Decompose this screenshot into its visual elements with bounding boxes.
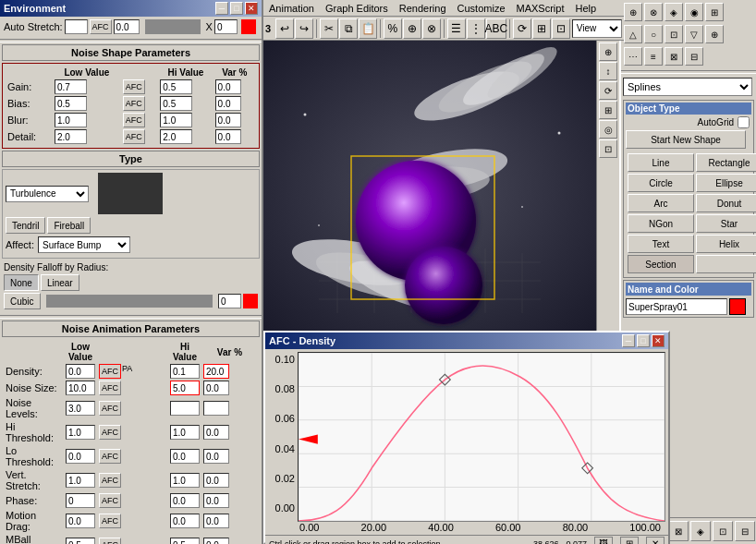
graph-maximize[interactable]: □ <box>637 334 650 347</box>
noise-size-var[interactable] <box>203 381 229 395</box>
mball-var[interactable] <box>203 538 229 544</box>
main-viewport[interactable] <box>263 41 596 331</box>
tb-btn-7[interactable]: ⊕ <box>403 18 421 39</box>
noise-levels-var[interactable] <box>203 401 229 416</box>
hi-thresh-hi[interactable] <box>170 425 200 440</box>
menu-help[interactable]: Help <box>570 2 603 15</box>
bb-5[interactable]: ⊡ <box>713 521 733 541</box>
noise-size-afc[interactable]: AFC <box>99 381 121 395</box>
blur-var[interactable] <box>215 113 241 127</box>
hi-thresh-var[interactable] <box>203 425 229 440</box>
minimize-btn[interactable]: ─ <box>215 2 228 15</box>
menu-customize[interactable]: Customize <box>452 2 511 15</box>
splines-dropdown[interactable]: Splines <box>623 78 752 96</box>
section-btn[interactable]: Section <box>628 255 694 273</box>
detail-var[interactable] <box>215 129 241 144</box>
vt-btn-1[interactable]: ⊕ <box>599 42 617 61</box>
ri-13[interactable]: ⊠ <box>665 47 683 66</box>
falloff-value[interactable] <box>218 294 241 308</box>
detail-low[interactable] <box>55 129 87 144</box>
vt-btn-4[interactable]: ⊞ <box>599 101 617 119</box>
phase-afc[interactable]: AFC <box>99 493 121 508</box>
bb-6[interactable]: ⊟ <box>735 521 755 541</box>
ri-14[interactable]: ⊟ <box>685 47 703 66</box>
motion-drag-hi[interactable] <box>170 514 200 528</box>
motion-drag-low[interactable] <box>66 514 95 528</box>
falloff-slider[interactable] <box>46 295 213 308</box>
vert-stretch-var[interactable] <box>203 473 229 488</box>
graph-close[interactable]: ✕ <box>652 334 665 347</box>
hi-thresh-afc[interactable]: AFC <box>99 425 121 440</box>
lo-thresh-afc[interactable]: AFC <box>99 449 121 464</box>
color-swatch[interactable] <box>729 298 746 315</box>
blur-afc[interactable]: AFC <box>123 113 145 127</box>
name-input[interactable] <box>626 298 727 315</box>
ri-11[interactable]: ⋯ <box>624 47 642 66</box>
rectangle-btn[interactable]: Rectangle <box>696 153 756 172</box>
tb-btn-12[interactable]: ⟳ <box>513 18 531 39</box>
tb-btn-4[interactable]: ⧉ <box>339 18 358 39</box>
x-value[interactable] <box>214 19 238 34</box>
phase-hi[interactable] <box>170 493 200 508</box>
menu-maxscript[interactable]: MAXScript <box>511 2 570 15</box>
tb-btn-2[interactable]: ↪ <box>295 18 313 39</box>
lo-thresh-hi[interactable] <box>170 449 200 464</box>
text-btn[interactable]: Text <box>628 235 694 253</box>
blur-low[interactable] <box>55 113 87 127</box>
tb-btn-11[interactable]: ABC <box>486 18 506 39</box>
ri-5[interactable]: ⊞ <box>705 3 724 21</box>
noise-size-low[interactable] <box>66 381 95 395</box>
tb-btn-14[interactable]: ⊡ <box>552 18 570 39</box>
mball-low[interactable] <box>66 538 95 544</box>
lo-thresh-low[interactable] <box>66 449 95 464</box>
mball-afc[interactable]: AFC <box>99 538 121 544</box>
tb-btn-3[interactable]: ✂ <box>320 18 338 39</box>
line-btn[interactable]: Line <box>628 153 694 172</box>
vt-btn-2[interactable]: ↕ <box>599 62 617 80</box>
detail-hi[interactable] <box>160 129 192 144</box>
auto-stretch-afc[interactable]: AFC <box>90 19 112 34</box>
ri-12[interactable]: ≡ <box>644 47 663 66</box>
blur-hi[interactable] <box>160 113 192 127</box>
gain-hi[interactable] <box>160 79 192 94</box>
bb-4[interactable]: ◈ <box>690 521 711 541</box>
vt-btn-6[interactable]: ⊡ <box>599 139 617 158</box>
close-btn[interactable]: ✕ <box>245 2 258 15</box>
ri-2[interactable]: ⊗ <box>644 3 663 21</box>
ri-4[interactable]: ◉ <box>685 3 703 21</box>
graph-icon-1[interactable]: 🖼 <box>594 537 613 545</box>
maximize-btn[interactable]: □ <box>230 2 243 15</box>
bb-3[interactable]: ⊠ <box>668 521 689 541</box>
tb-btn-10[interactable]: ⋮ <box>467 18 485 39</box>
gain-afc[interactable]: AFC <box>123 79 145 94</box>
tb-btn-8[interactable]: ⊗ <box>422 18 441 39</box>
ngon-btn[interactable]: NGon <box>628 214 694 233</box>
vert-stretch-afc[interactable]: AFC <box>99 473 121 488</box>
affect-dropdown[interactable]: Surface Bump <box>38 236 130 253</box>
noise-levels-low[interactable] <box>66 401 95 416</box>
menu-animation[interactable]: Animation <box>263 2 320 15</box>
tb-btn-13[interactable]: ⊞ <box>532 18 551 39</box>
arc-btn[interactable]: Arc <box>628 194 694 212</box>
density-low[interactable] <box>66 364 95 379</box>
motion-drag-var[interactable] <box>203 514 229 528</box>
noise-size-hi[interactable] <box>170 381 200 395</box>
tb-btn-9[interactable]: ☰ <box>447 18 466 39</box>
bias-afc[interactable]: AFC <box>123 96 145 111</box>
auto-stretch-input[interactable] <box>65 19 88 34</box>
vert-stretch-low[interactable] <box>66 473 95 488</box>
circle-btn[interactable]: Circle <box>628 174 694 192</box>
noise-levels-afc[interactable]: AFC <box>99 401 121 416</box>
graph-close-btn[interactable]: ✕ <box>646 537 665 545</box>
graph-icon-2[interactable]: ⊞ <box>620 537 639 545</box>
fireball-btn[interactable]: Fireball <box>47 217 91 234</box>
vt-btn-3[interactable]: ⟳ <box>599 81 617 100</box>
lo-thresh-var[interactable] <box>203 449 229 464</box>
detail-afc[interactable]: AFC <box>123 129 145 144</box>
gain-low[interactable] <box>55 79 87 94</box>
star-btn[interactable]: Star <box>696 214 756 233</box>
bias-hi[interactable] <box>160 96 192 111</box>
donut-btn[interactable]: Donut <box>696 194 756 212</box>
linear-btn[interactable]: Linear <box>41 274 79 291</box>
menu-rendering[interactable]: Rendering <box>394 2 452 15</box>
